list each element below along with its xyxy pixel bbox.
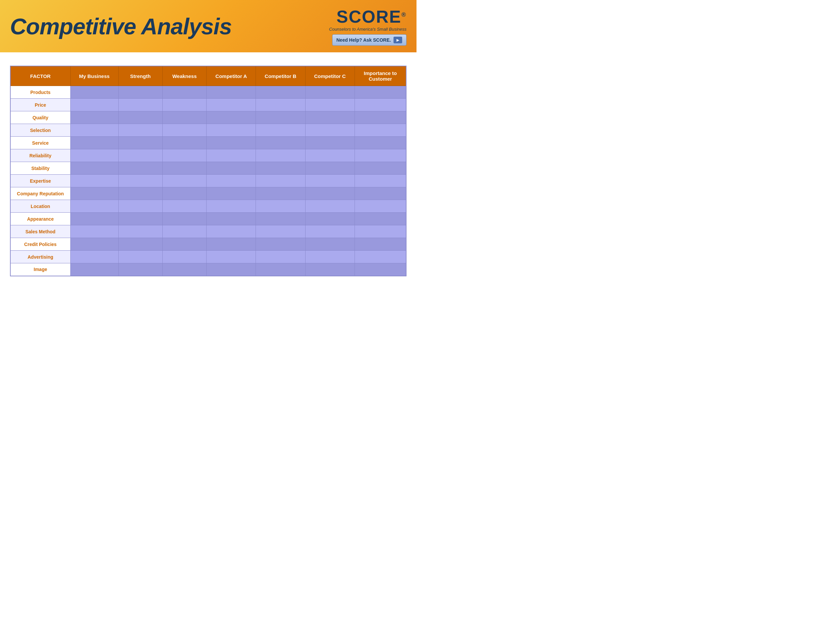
data-cell-weakness[interactable] — [162, 213, 206, 225]
data-cell-competitor_c[interactable] — [305, 175, 355, 187]
data-cell-importance[interactable] — [355, 124, 406, 137]
data-cell-weakness[interactable] — [162, 86, 206, 99]
data-cell-my_business[interactable] — [70, 200, 118, 213]
data-cell-strength[interactable] — [118, 225, 162, 238]
data-cell-weakness[interactable] — [162, 251, 206, 263]
data-cell-competitor_b[interactable] — [256, 111, 305, 124]
data-cell-weakness[interactable] — [162, 111, 206, 124]
data-cell-importance[interactable] — [355, 99, 406, 111]
data-cell-competitor_b[interactable] — [256, 238, 305, 251]
data-cell-importance[interactable] — [355, 149, 406, 162]
data-cell-importance[interactable] — [355, 251, 406, 263]
data-cell-competitor_c[interactable] — [305, 149, 355, 162]
data-cell-my_business[interactable] — [70, 149, 118, 162]
data-cell-strength[interactable] — [118, 86, 162, 99]
data-cell-weakness[interactable] — [162, 238, 206, 251]
data-cell-importance[interactable] — [355, 175, 406, 187]
data-cell-strength[interactable] — [118, 149, 162, 162]
data-cell-my_business[interactable] — [70, 99, 118, 111]
data-cell-importance[interactable] — [355, 86, 406, 99]
data-cell-competitor_b[interactable] — [256, 162, 305, 175]
data-cell-competitor_c[interactable] — [305, 99, 355, 111]
data-cell-strength[interactable] — [118, 175, 162, 187]
data-cell-weakness[interactable] — [162, 263, 206, 276]
data-cell-strength[interactable] — [118, 124, 162, 137]
data-cell-competitor_b[interactable] — [256, 213, 305, 225]
data-cell-competitor_c[interactable] — [305, 187, 355, 200]
data-cell-my_business[interactable] — [70, 137, 118, 149]
data-cell-competitor_a[interactable] — [207, 225, 256, 238]
data-cell-competitor_a[interactable] — [207, 137, 256, 149]
data-cell-my_business[interactable] — [70, 124, 118, 137]
data-cell-competitor_c[interactable] — [305, 137, 355, 149]
data-cell-my_business[interactable] — [70, 187, 118, 200]
data-cell-importance[interactable] — [355, 213, 406, 225]
data-cell-my_business[interactable] — [70, 111, 118, 124]
data-cell-my_business[interactable] — [70, 175, 118, 187]
data-cell-competitor_c[interactable] — [305, 162, 355, 175]
data-cell-competitor_c[interactable] — [305, 200, 355, 213]
data-cell-strength[interactable] — [118, 200, 162, 213]
data-cell-competitor_a[interactable] — [207, 86, 256, 99]
data-cell-weakness[interactable] — [162, 225, 206, 238]
data-cell-my_business[interactable] — [70, 213, 118, 225]
data-cell-weakness[interactable] — [162, 175, 206, 187]
data-cell-strength[interactable] — [118, 251, 162, 263]
data-cell-my_business[interactable] — [70, 225, 118, 238]
data-cell-importance[interactable] — [355, 137, 406, 149]
data-cell-strength[interactable] — [118, 99, 162, 111]
data-cell-strength[interactable] — [118, 187, 162, 200]
data-cell-importance[interactable] — [355, 225, 406, 238]
data-cell-weakness[interactable] — [162, 162, 206, 175]
data-cell-strength[interactable] — [118, 162, 162, 175]
data-cell-my_business[interactable] — [70, 86, 118, 99]
data-cell-competitor_c[interactable] — [305, 111, 355, 124]
data-cell-competitor_b[interactable] — [256, 175, 305, 187]
data-cell-competitor_a[interactable] — [207, 251, 256, 263]
data-cell-competitor_b[interactable] — [256, 149, 305, 162]
data-cell-strength[interactable] — [118, 263, 162, 276]
data-cell-competitor_a[interactable] — [207, 200, 256, 213]
data-cell-competitor_a[interactable] — [207, 263, 256, 276]
data-cell-competitor_c[interactable] — [305, 225, 355, 238]
data-cell-importance[interactable] — [355, 200, 406, 213]
data-cell-competitor_b[interactable] — [256, 251, 305, 263]
data-cell-strength[interactable] — [118, 213, 162, 225]
data-cell-competitor_a[interactable] — [207, 238, 256, 251]
data-cell-competitor_a[interactable] — [207, 175, 256, 187]
data-cell-competitor_c[interactable] — [305, 238, 355, 251]
data-cell-competitor_c[interactable] — [305, 263, 355, 276]
data-cell-competitor_b[interactable] — [256, 200, 305, 213]
data-cell-importance[interactable] — [355, 238, 406, 251]
data-cell-competitor_a[interactable] — [207, 124, 256, 137]
data-cell-strength[interactable] — [118, 137, 162, 149]
data-cell-weakness[interactable] — [162, 137, 206, 149]
data-cell-competitor_c[interactable] — [305, 86, 355, 99]
data-cell-competitor_b[interactable] — [256, 86, 305, 99]
data-cell-competitor_b[interactable] — [256, 124, 305, 137]
data-cell-importance[interactable] — [355, 187, 406, 200]
data-cell-competitor_a[interactable] — [207, 111, 256, 124]
data-cell-strength[interactable] — [118, 238, 162, 251]
data-cell-weakness[interactable] — [162, 149, 206, 162]
data-cell-my_business[interactable] — [70, 238, 118, 251]
data-cell-competitor_a[interactable] — [207, 213, 256, 225]
data-cell-competitor_a[interactable] — [207, 187, 256, 200]
data-cell-competitor_a[interactable] — [207, 99, 256, 111]
data-cell-weakness[interactable] — [162, 124, 206, 137]
data-cell-weakness[interactable] — [162, 200, 206, 213]
data-cell-my_business[interactable] — [70, 263, 118, 276]
data-cell-importance[interactable] — [355, 263, 406, 276]
data-cell-my_business[interactable] — [70, 251, 118, 263]
data-cell-weakness[interactable] — [162, 187, 206, 200]
data-cell-competitor_a[interactable] — [207, 149, 256, 162]
data-cell-weakness[interactable] — [162, 99, 206, 111]
data-cell-competitor_c[interactable] — [305, 124, 355, 137]
data-cell-competitor_b[interactable] — [256, 187, 305, 200]
data-cell-competitor_b[interactable] — [256, 99, 305, 111]
data-cell-importance[interactable] — [355, 162, 406, 175]
data-cell-competitor_c[interactable] — [305, 213, 355, 225]
need-help-button[interactable]: Need Help? Ask SCORE. ► — [332, 34, 407, 46]
data-cell-importance[interactable] — [355, 111, 406, 124]
data-cell-competitor_a[interactable] — [207, 162, 256, 175]
